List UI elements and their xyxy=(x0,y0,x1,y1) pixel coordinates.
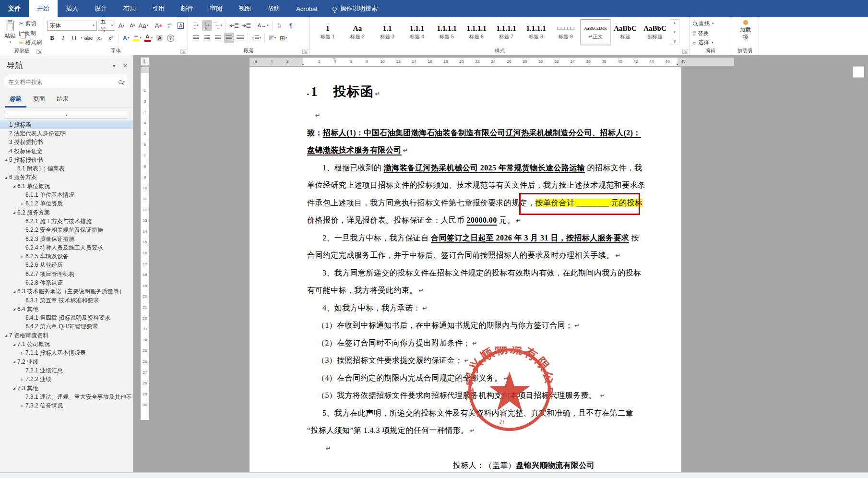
expanded-triangle-icon[interactable]: ◢ xyxy=(11,211,17,215)
expanded-triangle-icon[interactable]: ◢ xyxy=(11,307,17,311)
ribbon-tab-3[interactable]: 插入 xyxy=(58,0,86,17)
horizontal-scrollbar-strip[interactable] xyxy=(0,472,868,478)
replace-button[interactable]: ab ac 替换 xyxy=(693,29,729,38)
ribbon-tab-4[interactable]: 设计 xyxy=(86,0,115,17)
nav-search-box[interactable]: ▾ xyxy=(5,76,128,88)
addins-button[interactable]: 加载项 xyxy=(734,20,757,41)
nav-search-input[interactable] xyxy=(8,79,119,85)
increase-indent-button[interactable]: ⇥ xyxy=(240,20,251,31)
collapsed-triangle-icon[interactable]: ▷ xyxy=(19,378,25,382)
ribbon-tab-5[interactable]: 布局 xyxy=(115,0,144,17)
numbering-button[interactable]: 1─ 2─ 3─▾ xyxy=(202,20,212,31)
nav-tab-2[interactable]: 页面 xyxy=(28,93,50,108)
style-item-10[interactable]: AaBbCcDdE↵正文 xyxy=(581,19,610,45)
nav-tree-item[interactable]: 6.2.2 安全相关规范及保证措施 xyxy=(0,226,133,235)
superscript-button[interactable]: x² xyxy=(106,33,116,43)
style-item-3[interactable]: 1.1标题 3 xyxy=(372,19,402,45)
scroll-down-icon[interactable]: ▾ xyxy=(674,30,676,34)
nav-tab-1[interactable]: 标题 xyxy=(5,93,26,108)
nav-tree-item[interactable]: ◢6.2 服务方案 xyxy=(0,208,133,217)
italic-button[interactable]: I xyxy=(58,33,68,43)
styles-gallery-scroll[interactable]: ▴ ▾ ⊽ xyxy=(670,19,679,45)
expanded-triangle-icon[interactable]: ◢ xyxy=(11,360,17,364)
paragraph-dialog-launcher[interactable]: ↘ xyxy=(302,49,308,54)
style-item-5[interactable]: 1.1.1.1标题 5 xyxy=(432,19,462,45)
justify-button[interactable] xyxy=(224,33,234,43)
show-marks-button[interactable]: ¶ xyxy=(286,20,296,31)
style-item-6[interactable]: 1.1.1.1标题 6 xyxy=(462,19,491,45)
nav-tree-item[interactable]: 1 投标函 xyxy=(0,120,133,129)
align-right-button[interactable] xyxy=(213,33,223,43)
nav-tree-item[interactable]: ◢7.1 公司概况 xyxy=(0,340,133,348)
grow-font-button[interactable]: A▴ xyxy=(116,20,126,31)
style-item-12[interactable]: AaBbC副标题 xyxy=(640,19,670,45)
expanded-triangle-icon[interactable]: ◢ xyxy=(11,184,17,188)
collapsed-triangle-icon[interactable]: ▷ xyxy=(19,202,25,206)
text-effects-button[interactable]: A▾ xyxy=(121,33,131,43)
find-button[interactable]: 查找▾ xyxy=(693,19,729,28)
asian-layout-button[interactable]: A↔▾ xyxy=(257,20,270,31)
search-icon[interactable] xyxy=(119,80,122,84)
nav-tree-item[interactable]: 6.2.6 从业经历 xyxy=(0,261,133,270)
font-size-combo[interactable]: 五号▾ xyxy=(98,21,115,31)
nav-tree-item[interactable]: 6.1.1 单位基本情况 xyxy=(0,191,133,199)
collapsed-triangle-icon[interactable]: ▷ xyxy=(19,404,25,408)
enclose-characters-button[interactable]: 字 xyxy=(166,33,176,43)
vertical-scrollbar-thumb[interactable] xyxy=(853,66,864,78)
nav-tree-item[interactable]: ◢6.4 其他 xyxy=(0,305,133,313)
style-item-9[interactable]: 1.1.1.1.1.1标题 9 xyxy=(551,19,581,45)
nav-tree-item[interactable]: 2 法定代表人身份证明 xyxy=(0,129,133,138)
nav-tree-item[interactable]: 7.2.1 业绩汇总 xyxy=(0,366,133,375)
nav-tree-item[interactable]: ◢6 服务方案 xyxy=(0,173,133,182)
ribbon-tab-9[interactable]: 视图 xyxy=(230,0,259,17)
font-dialog-launcher[interactable]: ↘ xyxy=(180,49,186,54)
ribbon-tab-1[interactable]: 文件 xyxy=(0,0,29,17)
decrease-indent-button[interactable]: ⇤ xyxy=(228,20,239,31)
document-page[interactable]: ▪1 投标函↵↵致：招标人(1)：中国石油集团渤海石油装备制造有限公司辽河热采机… xyxy=(250,67,681,472)
right-indent-marker[interactable]: ▲ xyxy=(676,62,679,66)
expanded-triangle-icon[interactable]: ◢ xyxy=(3,334,9,337)
cut-button[interactable]: ✂ 剪切 xyxy=(19,19,42,28)
left-indent-marker[interactable]: ▲ xyxy=(301,62,305,66)
nav-tree-item[interactable]: ◢6.1 单位概况 xyxy=(0,182,133,191)
change-case-button[interactable]: Aa▾ xyxy=(138,20,148,31)
style-item-4[interactable]: 1.1.1标题 4 xyxy=(402,19,432,45)
select-button[interactable]: ▷ 选择▾ xyxy=(693,38,729,47)
shrink-font-button[interactable]: A▾ xyxy=(127,20,137,31)
format-painter-button[interactable]: ✏ 格式刷 xyxy=(19,38,42,47)
nav-pane-close-icon[interactable]: × xyxy=(123,62,127,70)
nav-tree-item[interactable]: 6.2.4 特种人员及施工人员要求 xyxy=(0,243,133,252)
styles-dialog-launcher[interactable]: ↘ xyxy=(682,49,688,54)
style-item-7[interactable]: 1.1.1.1标题 7 xyxy=(491,19,521,45)
ribbon-tab-10[interactable]: 帮助 xyxy=(259,0,288,17)
scroll-up-icon[interactable]: ▴ xyxy=(674,21,676,24)
nav-tree-item[interactable]: 6.2.7 项目管理机构 xyxy=(0,270,133,278)
style-item-2[interactable]: Aa标题 2 xyxy=(343,19,372,45)
tell-me-search[interactable]: 操作说明搜索 xyxy=(333,0,378,17)
tab-selector[interactable]: L xyxy=(141,57,149,66)
copy-button[interactable]: 复制 xyxy=(19,29,42,38)
subscript-button[interactable]: x₂ xyxy=(95,33,105,43)
nav-tree-item[interactable]: 6.4.2 第六章 QHSE管理要求 xyxy=(0,323,133,331)
clipboard-dialog-launcher[interactable]: ↘ xyxy=(36,49,42,54)
align-center-button[interactable] xyxy=(202,33,212,43)
nav-tree-item[interactable]: ▷7.3.2 信誉情况 xyxy=(0,402,133,410)
nav-tree-item[interactable]: ▷7.2.2 业绩 xyxy=(0,375,133,384)
ribbon-tab-11[interactable]: Acrobat xyxy=(288,0,326,17)
phonetic-guide-button[interactable]: wén 文 xyxy=(165,20,175,31)
ribbon-tab-2[interactable]: 开始 xyxy=(29,0,58,17)
font-color-button[interactable]: A▾ xyxy=(143,33,154,43)
nav-tree-item[interactable]: 5.1 附表1：偏离表 xyxy=(0,164,133,173)
collapsed-triangle-icon[interactable]: ▷ xyxy=(19,255,25,259)
nav-tree-item[interactable]: ▷7.1.1 投标人基本情况表 xyxy=(0,349,133,358)
nav-tree-item[interactable]: 4 投标保证金 xyxy=(0,147,133,155)
bullets-button[interactable]: •─ •─ •─▾ xyxy=(191,20,201,31)
nav-tree-item[interactable]: ◢6.3 技术服务承诺（主要说明服务质量等） xyxy=(0,287,133,296)
sort-button[interactable]: A Z↓ xyxy=(275,20,285,31)
strikethrough-button[interactable]: abc xyxy=(83,33,94,43)
nav-pane-menu-chevron-icon[interactable]: ▾ xyxy=(113,62,116,69)
nav-collapse-strip[interactable]: ▲ xyxy=(6,112,127,119)
nav-tree-item[interactable]: 7.3.1 违法、违规、重大安全事故及其他不良... xyxy=(0,393,133,401)
font-name-combo[interactable]: 宋体▾ xyxy=(47,21,97,31)
nav-tree-item[interactable]: ◢7.2 业绩 xyxy=(0,358,133,366)
